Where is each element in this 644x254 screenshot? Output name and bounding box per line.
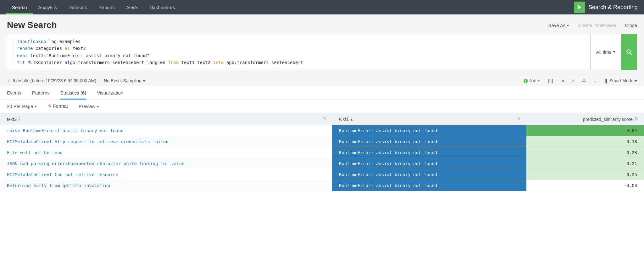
results-count: ✓6 results (before 10/29/23 6:52:35.000 …: [7, 78, 96, 83]
table-row: Returning early from getinfo invocationR…: [0, 180, 644, 191]
pause-icon[interactable]: ❚❚: [547, 78, 554, 83]
table-toolbar: 20 Per Page ✎Format Preview: [0, 100, 644, 113]
nav-tabs: SearchAnalyticsDatasetsReportsAlertsDash…: [6, 0, 181, 14]
svg-point-0: [627, 50, 630, 53]
format-dropdown[interactable]: ✎Format: [47, 103, 68, 109]
svg-line-1: [630, 53, 632, 55]
nav-tab-reports[interactable]: Reports: [93, 0, 121, 14]
nav-tab-datasets[interactable]: Datasets: [63, 0, 93, 14]
cell-text1[interactable]: RuntimeError: assist binary not found: [332, 158, 526, 169]
top-navbar: SearchAnalyticsDatasetsReportsAlertsDash…: [0, 0, 644, 14]
caret-down-icon: [143, 80, 145, 82]
caret-down-icon: [635, 80, 637, 82]
edit-column-icon[interactable]: ✎: [323, 116, 326, 121]
cell-text2[interactable]: Returning early from getinfo invocation: [0, 180, 332, 191]
cell-score[interactable]: 0.25: [526, 169, 644, 180]
page-header: New Search Save As Create Table View Clo…: [0, 14, 644, 34]
share-icon[interactable]: ↗: [571, 78, 575, 83]
search-query-input[interactable]: | inputlookup log_examples | rename cate…: [7, 34, 590, 70]
search-row: | inputlookup log_examples | rename cate…: [0, 34, 644, 75]
result-tab-statistics[interactable]: Statistics (6): [60, 86, 86, 99]
per-page-dropdown[interactable]: 20 Per Page: [7, 104, 37, 109]
nav-tab-dashboards[interactable]: Dashboards: [144, 0, 181, 14]
column-header-text1[interactable]: text1▲✎: [332, 113, 526, 125]
column-header-score[interactable]: predicted_similarity score▲▼✎: [526, 113, 644, 125]
caret-down-icon: [97, 106, 99, 107]
table-row: EC2MetadataClient Http request to retrie…: [0, 136, 644, 147]
app-title-container: Search & Reporting: [574, 2, 638, 13]
cell-score[interactable]: 0.23: [526, 147, 644, 158]
cell-text1[interactable]: RuntimeError: assist binary not found: [332, 147, 526, 158]
close-button[interactable]: Close: [625, 23, 637, 28]
cell-text2[interactable]: EC2MetadataClient Can not retrive resour…: [0, 169, 332, 180]
cell-text2[interactable]: File will not be read: [0, 147, 332, 158]
cell-text1[interactable]: RuntimeError: assist binary not found: [332, 180, 526, 191]
table-row: raise RuntimeError(f'assist binary not f…: [0, 125, 644, 136]
page-title: New Search: [7, 20, 57, 30]
table-row: JSON had parsing error:Unexpected charac…: [0, 158, 644, 169]
caret-down-icon: [567, 25, 569, 26]
caret-down-icon: [537, 80, 540, 82]
column-header-text2[interactable]: text2▲▼✎: [0, 113, 332, 125]
cell-score[interactable]: 0.21: [526, 158, 644, 169]
cell-text2[interactable]: JSON had parsing error:Unexpected charac…: [0, 158, 332, 169]
search-icon: [626, 49, 633, 56]
nav-tab-analytics[interactable]: Analytics: [33, 0, 63, 14]
sort-icon: ▲▼: [18, 116, 21, 121]
check-icon: ✓: [7, 78, 11, 83]
cell-text1[interactable]: RuntimeError: assist binary not found: [332, 169, 526, 180]
table-row: EC2MetadataClient Can not retrive resour…: [0, 169, 644, 180]
status-bar: ✓6 results (before 10/29/23 6:52:35.000 …: [0, 75, 644, 87]
result-tabs: EventsPatternsStatistics (6)Visualizatio…: [0, 86, 644, 100]
result-tab-patterns[interactable]: Patterns: [32, 86, 50, 99]
job-menu[interactable]: iJob: [524, 78, 540, 84]
cell-text2[interactable]: EC2MetadataClient Http request to retrie…: [0, 136, 332, 147]
result-tab-visualization[interactable]: Visualization: [97, 86, 123, 99]
cell-score[interactable]: -0.03: [526, 180, 644, 191]
format-icon: ✎: [47, 103, 52, 109]
export-icon[interactable]: ⭳: [593, 78, 597, 83]
caret-down-icon: [613, 51, 615, 53]
cell-text1[interactable]: RuntimeError: assist binary not found: [332, 136, 526, 147]
search-mode-dropdown[interactable]: ❚ Smart Mode: [604, 78, 637, 83]
cell-score[interactable]: 0.18: [526, 136, 644, 147]
stop-icon[interactable]: ■: [561, 78, 564, 83]
app-title: Search & Reporting: [588, 4, 638, 11]
caret-down-icon: [34, 106, 37, 107]
edit-column-icon[interactable]: ✎: [635, 116, 638, 121]
search-button[interactable]: [621, 34, 637, 70]
app-logo-icon: [574, 2, 585, 13]
sort-asc-icon: ▲: [350, 117, 353, 121]
save-as-button[interactable]: Save As: [548, 23, 569, 28]
print-icon[interactable]: 🖶: [582, 78, 586, 83]
edit-column-icon[interactable]: ✎: [517, 116, 521, 121]
create-table-view-button[interactable]: Create Table View: [578, 23, 616, 28]
preview-dropdown[interactable]: Preview: [79, 104, 99, 109]
nav-tab-alerts[interactable]: Alerts: [120, 0, 144, 14]
result-tab-events[interactable]: Events: [7, 86, 21, 99]
cell-text1[interactable]: RuntimeError: assist binary not found: [332, 125, 526, 136]
cell-text2[interactable]: raise RuntimeError(f'assist binary not f…: [0, 125, 332, 136]
results-table: text2▲▼✎text1▲✎predicted_similarity scor…: [0, 113, 644, 191]
event-sampling-dropdown[interactable]: No Event Sampling: [104, 78, 145, 83]
time-range-picker[interactable]: All time: [590, 34, 621, 70]
cell-score[interactable]: 0.84: [526, 125, 644, 136]
nav-tab-search[interactable]: Search: [6, 0, 33, 14]
table-row: File will not be readRuntimeError: assis…: [0, 147, 644, 158]
info-icon: i: [524, 79, 528, 83]
page-actions: Save As Create Table View Close: [548, 23, 637, 28]
